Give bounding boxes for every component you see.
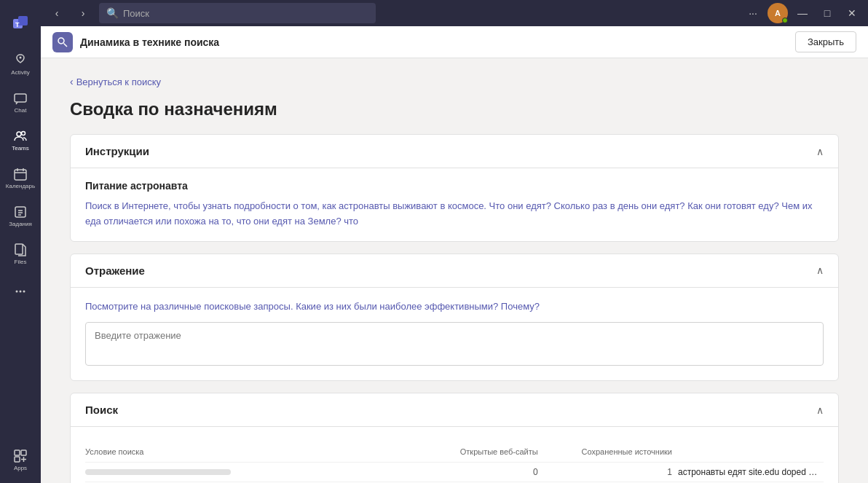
col-websites: Открытые веб-сайты <box>411 444 544 463</box>
search-section-title: Поиск <box>85 404 118 416</box>
svg-rect-1 <box>18 16 28 25</box>
instructions-section: Инструкции ∧ Питание астронавта Поиск в … <box>70 134 839 242</box>
content-title: Динамика в технике поиска <box>80 36 788 48</box>
search-section-body: Условие поиска Открытые веб-сайты Сохран… <box>71 427 838 483</box>
instructions-section-header[interactable]: Инструкции ∧ <box>71 135 838 168</box>
instruction-text-content: Поиск в Интернете, чтобы узнать подробно… <box>85 200 812 227</box>
titlebar-right: ··· A — □ ✕ <box>743 3 862 23</box>
search-bar-container[interactable]: 🔍 <box>99 3 376 23</box>
sidebar-item-tasks[interactable]: Задания <box>3 198 38 233</box>
back-link[interactable]: ‹ Вернуться к поиску <box>70 76 839 87</box>
calendar-icon <box>12 166 28 182</box>
svg-point-24 <box>58 38 64 44</box>
search-term-bar <box>85 469 231 475</box>
col-term: Условие поиска <box>85 444 411 463</box>
col-saved: Сохраненные источники <box>544 444 678 463</box>
search-bar-icon: 🔍 <box>106 7 119 19</box>
search-section-header[interactable]: Поиск ∧ <box>71 393 838 427</box>
maximize-button[interactable]: □ <box>817 3 837 23</box>
svg-point-3 <box>20 56 22 58</box>
sidebar-item-apps[interactable]: Apps <box>3 442 38 477</box>
instruction-text: Поиск в Интернете, чтобы узнать подробно… <box>85 199 824 229</box>
page-content: ‹ Вернуться к поиску Сводка по назначени… <box>41 58 868 483</box>
svg-point-17 <box>20 291 22 293</box>
svg-line-25 <box>64 43 68 47</box>
reflection-prompt: Посмотрите на различные поисковые запрос… <box>85 299 824 314</box>
search-term-cell-1 <box>85 463 411 482</box>
sidebar-item-tasks-label: Задания <box>9 221 32 228</box>
titlebar-left: ‹ › 🔍 <box>47 3 376 23</box>
sidebar: T Activity Chat Te <box>0 0 41 483</box>
sidebar-item-files-label: Files <box>15 259 27 266</box>
sidebar-item-files[interactable]: Files <box>3 236 38 271</box>
content-header: Динамика в технике поиска Закрыть <box>41 26 868 58</box>
table-row: 0 1 астронавты едят site.edu doped астро… <box>85 463 824 482</box>
sidebar-item-activity[interactable]: Activity <box>3 47 38 82</box>
app-icon-box <box>52 32 73 52</box>
search-table: Условие поиска Открытые веб-сайты Сохран… <box>85 444 824 483</box>
reflection-section-body: Посмотрите на различные поисковые запрос… <box>71 288 838 381</box>
svg-point-16 <box>16 291 18 293</box>
sidebar-item-apps-label: Apps <box>14 466 27 472</box>
reflection-textarea[interactable] <box>85 322 824 366</box>
sidebar-item-teams[interactable]: Teams <box>3 122 38 157</box>
svg-text:T: T <box>15 21 20 28</box>
svg-rect-20 <box>21 450 26 455</box>
avatar[interactable]: A <box>768 3 788 23</box>
apps-icon <box>12 448 28 464</box>
svg-rect-21 <box>15 457 20 462</box>
notes-1: астронавты едят site.edu doped астронавт <box>678 463 824 482</box>
back-arrow-icon: ‹ <box>70 76 74 87</box>
reflection-section: Отражение ∧ Посмотрите на различные поис… <box>70 254 839 382</box>
svg-rect-19 <box>15 450 20 455</box>
back-link-label: Вернуться к поиску <box>76 76 161 87</box>
reflection-chevron-icon: ∧ <box>816 264 824 276</box>
reflection-section-header[interactable]: Отражение ∧ <box>71 254 838 288</box>
svg-rect-11 <box>15 207 25 217</box>
sidebar-item-teams-label: Teams <box>12 146 29 152</box>
teams-icon <box>12 128 28 144</box>
search-input[interactable] <box>123 8 368 19</box>
svg-rect-4 <box>15 94 26 102</box>
instructions-section-body: Питание астронавта Поиск в Интернете, чт… <box>71 168 838 241</box>
sidebar-item-activity-label: Activity <box>11 70 29 76</box>
chat-icon <box>12 90 28 106</box>
files-icon <box>12 242 28 258</box>
minimize-button[interactable]: — <box>792 3 813 23</box>
websites-count-1: 0 <box>411 463 544 482</box>
instructions-section-title: Инструкции <box>85 145 149 157</box>
avatar-status <box>782 17 788 23</box>
search-section: Поиск ∧ Условие поиска Открытые веб-сайт… <box>70 393 839 483</box>
svg-point-5 <box>17 132 21 136</box>
page-title: Сводка по назначениям <box>70 99 839 119</box>
main-area: ‹ › 🔍 ··· A — □ ✕ Динамика в технике <box>41 0 868 483</box>
svg-rect-15 <box>15 244 23 254</box>
more-icon <box>12 283 28 299</box>
sidebar-item-calendar-label: Календарь <box>6 184 35 190</box>
svg-rect-7 <box>15 170 26 180</box>
sidebar-item-calendar[interactable]: Календарь <box>3 160 38 195</box>
instruction-subtitle: Питание астронавта <box>85 180 824 192</box>
back-button[interactable]: ‹ <box>47 3 67 23</box>
tasks-icon <box>12 204 28 220</box>
saved-count-1: 1 <box>544 463 678 482</box>
sidebar-item-chat-label: Chat <box>15 108 27 114</box>
teams-logo[interactable]: T <box>3 6 38 41</box>
search-chevron-icon: ∧ <box>816 404 824 416</box>
col-notes-header <box>678 444 824 463</box>
close-window-button[interactable]: ✕ <box>842 3 862 23</box>
forward-button[interactable]: › <box>73 3 93 23</box>
svg-point-6 <box>22 131 25 135</box>
sidebar-item-chat[interactable]: Chat <box>3 85 38 119</box>
instructions-chevron-icon: ∧ <box>816 146 824 157</box>
svg-point-18 <box>23 291 25 293</box>
close-button[interactable]: Закрыть <box>795 31 856 52</box>
sidebar-item-more[interactable] <box>3 274 38 309</box>
reflection-section-title: Отражение <box>85 264 145 277</box>
activity-icon <box>12 52 28 68</box>
titlebar: ‹ › 🔍 ··· A — □ ✕ <box>41 0 868 26</box>
more-options-button[interactable]: ··· <box>743 3 763 23</box>
